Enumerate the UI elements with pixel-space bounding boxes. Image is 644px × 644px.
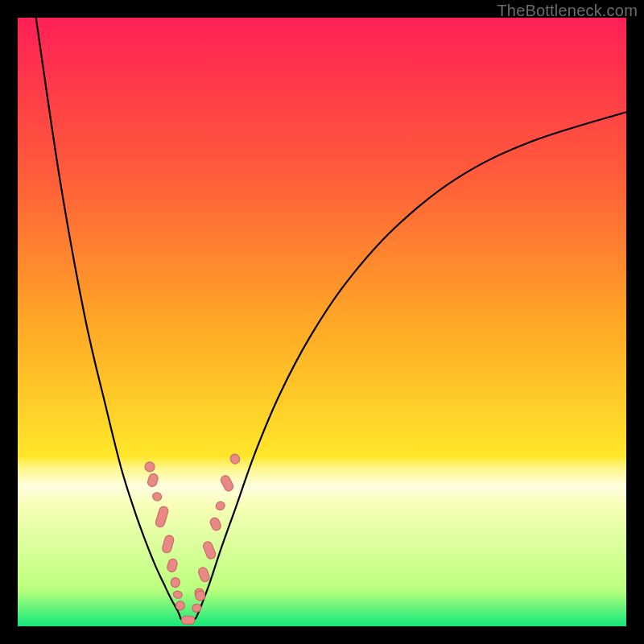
svg-rect-14 (220, 474, 235, 493)
svg-rect-2 (155, 506, 169, 528)
bead-right (202, 540, 217, 560)
svg-rect-3 (161, 535, 175, 554)
svg-rect-12 (208, 516, 222, 531)
svg-rect-5 (170, 576, 181, 588)
svg-rect-0 (147, 473, 159, 488)
chart-frame: TheBottleneck.com (0, 0, 644, 644)
plot-area (18, 18, 626, 626)
curve-right-branch (196, 112, 626, 619)
bead-right (197, 566, 210, 583)
bead-left (155, 506, 169, 528)
chart-svg (18, 18, 626, 626)
bead-right (191, 603, 202, 613)
svg-rect-10 (197, 566, 210, 583)
bead-left (170, 576, 181, 588)
bead-right (208, 516, 222, 531)
valley-segment (181, 616, 195, 624)
svg-rect-6 (172, 590, 183, 599)
bead-right (220, 474, 235, 493)
bead-round (196, 591, 205, 601)
bead-left (147, 473, 159, 488)
bead-left (172, 590, 183, 599)
bead-round (145, 462, 155, 472)
bead-left (151, 492, 162, 502)
svg-rect-4 (167, 558, 179, 572)
svg-rect-15 (229, 452, 241, 465)
watermark-text: TheBottleneck.com (497, 2, 638, 20)
bead-left (161, 535, 175, 554)
bead-right (229, 452, 241, 465)
svg-rect-11 (202, 540, 217, 560)
svg-rect-13 (215, 500, 226, 511)
curve-left-branch (36, 18, 181, 619)
bead-left (167, 558, 179, 572)
svg-rect-8 (191, 603, 202, 613)
bead-right (215, 500, 226, 511)
svg-rect-1 (151, 492, 162, 502)
